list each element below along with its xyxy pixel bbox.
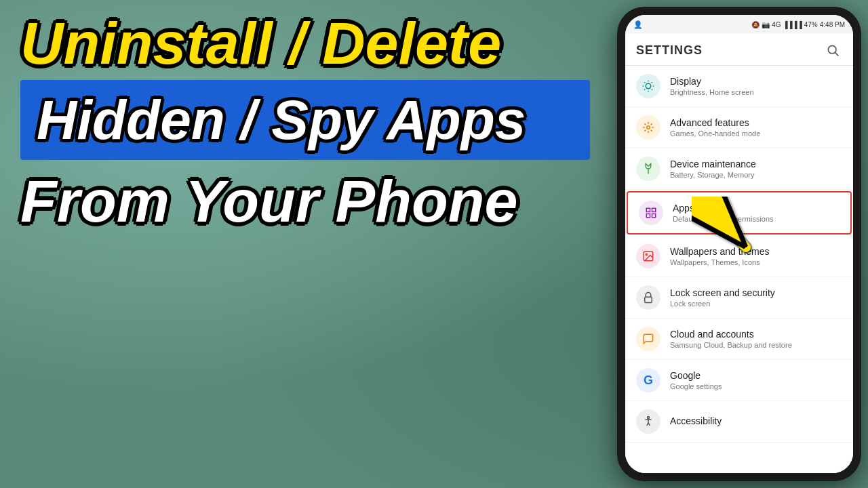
svg-point-19 [648, 417, 650, 419]
status-user-icon: 👤 [633, 20, 643, 29]
settings-header: SETTINGS [625, 34, 853, 66]
display-subtitle: Brightness, Home screen [670, 88, 842, 96]
svg-line-6 [652, 89, 652, 90]
maintenance-text: Device maintenance Battery, Storage, Mem… [670, 159, 842, 179]
lockscreen-text: Lock screen and security Lock screen [670, 287, 842, 308]
accessibility-icon [636, 409, 660, 434]
lockscreen-icon [636, 285, 660, 310]
advanced-subtitle: Games, One-handed mode [670, 129, 842, 138]
status-time: 4:48 PM [820, 21, 845, 28]
svg-line-1 [835, 53, 839, 56]
cloud-title: Cloud and accounts [670, 329, 842, 340]
accessibility-text: Accessibility [670, 415, 842, 428]
settings-item-accessibility[interactable]: Accessibility [625, 401, 853, 443]
advanced-text: Advanced features Games, One-handed mode [670, 117, 842, 138]
svg-rect-13 [652, 208, 656, 211]
blue-banner: Hidden / Spy Apps [20, 80, 590, 160]
svg-point-17 [646, 253, 647, 255]
maintenance-icon [636, 157, 660, 181]
svg-line-9 [644, 89, 645, 90]
wallpapers-icon [636, 244, 660, 268]
search-button[interactable] [823, 41, 842, 60]
maintenance-subtitle: Battery, Storage, Memory [670, 171, 842, 179]
settings-list: Display Brightness, Home screen Advanced… [625, 66, 853, 473]
svg-line-5 [644, 82, 645, 83]
display-text: Display Brightness, Home screen [670, 76, 842, 96]
display-icon [636, 74, 660, 98]
title-from: From Your Phone [20, 170, 590, 232]
status-nfc-icon: 📷 [762, 21, 770, 28]
status-mute-icon: 🔕 [751, 21, 760, 28]
title-hidden: Hidden / Spy Apps [37, 92, 574, 148]
svg-line-10 [652, 82, 652, 83]
google-title: Google [670, 370, 842, 381]
accessibility-title: Accessibility [670, 415, 842, 426]
google-text: Google Google settings [670, 370, 842, 390]
svg-rect-18 [645, 297, 652, 302]
display-title: Display [670, 76, 842, 87]
status-right: 🔕 📷 4G ▐▐▐▐ 47% 4:48 PM [751, 21, 845, 28]
cloud-text: Cloud and accounts Samsung Cloud, Backup… [670, 329, 842, 349]
status-bar: 👤 🔕 📷 4G ▐▐▐▐ 47% 4:48 PM [625, 15, 853, 34]
settings-item-google[interactable]: G Google Google settings [625, 360, 853, 401]
advanced-title: Advanced features [670, 117, 842, 128]
svg-rect-15 [652, 214, 656, 218]
apps-icon [639, 201, 663, 225]
settings-item-maintenance[interactable]: Device maintenance Battery, Storage, Mem… [625, 148, 853, 190]
svg-point-0 [828, 45, 836, 54]
status-signal: 4G ▐▐▐▐ [772, 21, 802, 28]
status-left: 👤 [633, 20, 643, 29]
status-battery: 47% [804, 21, 818, 28]
title-uninstall: Uninstall / Delete [20, 14, 590, 73]
svg-rect-12 [646, 208, 650, 211]
cloud-icon [636, 327, 660, 351]
settings-item-cloud[interactable]: Cloud and accounts Samsung Cloud, Backup… [625, 319, 853, 360]
google-icon: G [636, 368, 660, 392]
settings-item-display[interactable]: Display Brightness, Home screen [625, 66, 853, 107]
advanced-icon [636, 115, 660, 140]
svg-point-2 [646, 83, 651, 89]
lockscreen-title: Lock screen and security [670, 287, 842, 298]
svg-rect-14 [646, 214, 650, 218]
lockscreen-subtitle: Lock screen [670, 300, 842, 308]
settings-item-advanced[interactable]: Advanced features Games, One-handed mode [625, 107, 853, 148]
left-content: Uninstall / Delete Hidden / Spy Apps Fro… [0, 0, 610, 488]
google-subtitle: Google settings [670, 382, 842, 390]
svg-point-11 [647, 126, 650, 129]
settings-title: SETTINGS [636, 43, 703, 58]
maintenance-title: Device maintenance [670, 159, 842, 169]
settings-item-lockscreen[interactable]: Lock screen and security Lock screen [625, 277, 853, 319]
yellow-arrow [692, 197, 773, 264]
cloud-subtitle: Samsung Cloud, Backup and restore [670, 341, 842, 349]
